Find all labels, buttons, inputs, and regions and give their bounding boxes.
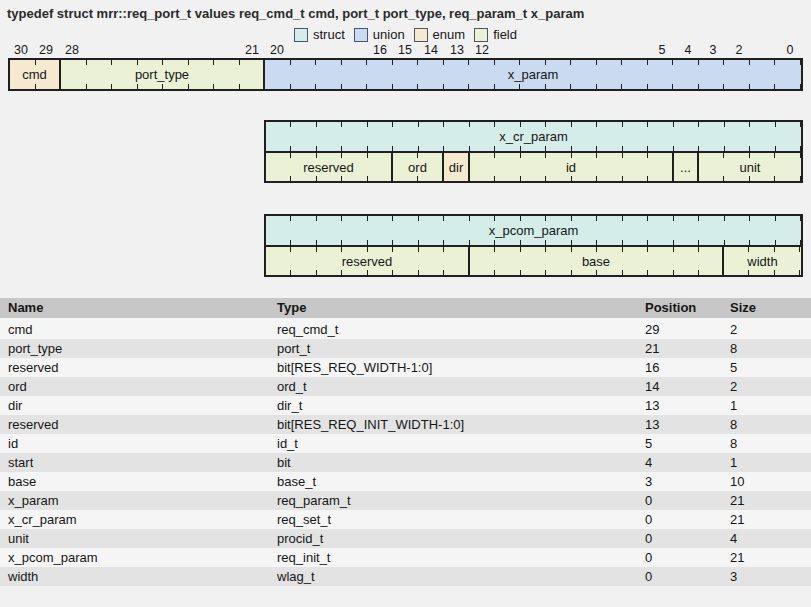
legend-label-struct: struct	[313, 27, 345, 42]
bit-number: 2	[726, 43, 752, 57]
cell-position: 0	[645, 529, 652, 548]
field-cell-unit: unit	[699, 153, 801, 181]
page-title: typedef struct mrr::req_port_t values re…	[7, 6, 584, 21]
column-header-size: Size	[730, 298, 756, 318]
cell-type: dir_t	[277, 396, 302, 415]
struct-header-x-cr-param: x_cr_param	[266, 122, 801, 153]
cell-position: 0	[645, 491, 652, 510]
cell-type: req_init_t	[277, 548, 330, 567]
legend-item-union: union	[354, 27, 405, 42]
column-header-type: Type	[277, 298, 306, 318]
table-row: base base_t 3 10	[0, 472, 811, 491]
field-cell-port-type: port_type	[61, 60, 265, 89]
struct-group-x-cr-param: x_cr_param reserved ord dir id ... unit	[264, 120, 803, 183]
cell-name: unit	[8, 529, 29, 548]
cell-position: 5	[645, 434, 652, 453]
cell-size: 10	[730, 472, 744, 491]
legend-swatch-union	[354, 28, 368, 42]
cell-type: bit	[277, 453, 291, 472]
cell-position: 16	[645, 358, 659, 377]
cell-name: reserved	[8, 415, 59, 434]
table-row: x_param req_param_t 0 21	[0, 491, 811, 510]
cell-name: x_param	[8, 491, 59, 510]
fields-table: Name Type Position Size cmd req_cmd_t 29…	[0, 298, 811, 586]
field-cell-ellipsis: ...	[674, 153, 699, 181]
bit-number: 13	[444, 43, 470, 57]
legend-swatch-struct	[294, 28, 308, 42]
cell-size: 1	[730, 453, 737, 472]
bit-number: 20	[264, 43, 290, 57]
table-row: width wlag_t 0 3	[0, 567, 811, 586]
legend-swatch-field	[474, 28, 488, 42]
bitfield-row-main: cmd port_type x_param	[8, 58, 803, 91]
cell-size: 8	[730, 339, 737, 358]
cell-type: id_t	[277, 434, 298, 453]
table-row: start bit 4 1	[0, 453, 811, 472]
bit-number: 0	[777, 43, 803, 57]
table-row: dir dir_t 13 1	[0, 396, 811, 415]
legend-item-struct: struct	[294, 27, 345, 42]
cell-name: reserved	[8, 358, 59, 377]
column-header-name: Name	[8, 298, 43, 318]
cell-type: bit[RES_REQ_INIT_WIDTH-1:0]	[277, 415, 464, 434]
table-row: x_cr_param req_set_t 0 21	[0, 510, 811, 529]
cell-position: 29	[645, 320, 659, 339]
bit-number: 21	[239, 43, 265, 57]
field-cell-width: width	[724, 247, 801, 275]
table-header: Name Type Position Size	[0, 298, 811, 320]
cell-position: 3	[645, 472, 652, 491]
legend-label-union: union	[373, 27, 405, 42]
table-row: reserved bit[RES_REQ_INIT_WIDTH-1:0] 13 …	[0, 415, 811, 434]
bit-number: 14	[418, 43, 444, 57]
bit-number: 16	[367, 43, 393, 57]
cell-size: 3	[730, 567, 737, 586]
bit-number: 28	[59, 43, 85, 57]
struct-fields-x-pcom-param: reserved base width	[266, 247, 801, 275]
table-row: unit procid_t 0 4	[0, 529, 811, 548]
cell-type: ord_t	[277, 377, 307, 396]
table-row: port_type port_t 21 8	[0, 339, 811, 358]
bit-number: 4	[675, 43, 701, 57]
table-row: id id_t 5 8	[0, 434, 811, 453]
cell-position: 13	[645, 396, 659, 415]
cell-position: 0	[645, 567, 652, 586]
cell-position: 4	[645, 453, 652, 472]
field-cell-x-param: x_param	[265, 60, 801, 89]
field-cell-id: id	[470, 153, 674, 181]
cell-position: 13	[645, 415, 659, 434]
legend-label-field: field	[493, 27, 517, 42]
legend-item-enum: enum	[414, 27, 466, 42]
cell-size: 21	[730, 491, 744, 510]
legend-swatch-enum	[414, 28, 428, 42]
cell-size: 8	[730, 415, 737, 434]
cell-type: base_t	[277, 472, 316, 491]
table-row: reserved bit[RES_REQ_WIDTH-1:0] 16 5	[0, 358, 811, 377]
struct-fields-x-cr-param: reserved ord dir id ... unit	[266, 153, 801, 181]
cell-name: width	[8, 567, 38, 586]
bit-number: 12	[469, 43, 495, 57]
struct-group-x-pcom-param: x_pcom_param reserved base width	[264, 214, 803, 277]
cell-size: 2	[730, 320, 737, 339]
cell-size: 5	[730, 358, 737, 377]
cell-position: 0	[645, 548, 652, 567]
field-cell-reserved: reserved	[266, 153, 393, 181]
bit-number: 5	[649, 43, 675, 57]
cell-type: procid_t	[277, 529, 323, 548]
cell-size: 21	[730, 510, 744, 529]
cell-type: wlag_t	[277, 567, 315, 586]
cell-size: 1	[730, 396, 737, 415]
bit-number: 15	[392, 43, 418, 57]
struct-header-x-pcom-param: x_pcom_param	[266, 216, 801, 247]
cell-name: dir	[8, 396, 22, 415]
cell-type: req_param_t	[277, 491, 351, 510]
table-row: ord ord_t 14 2	[0, 377, 811, 396]
cell-name: x_pcom_param	[8, 548, 98, 567]
field-cell-cmd: cmd	[10, 60, 61, 89]
cell-size: 4	[730, 529, 737, 548]
cell-size: 21	[730, 548, 744, 567]
cell-position: 21	[645, 339, 659, 358]
table-row: x_pcom_param req_init_t 0 21	[0, 548, 811, 567]
cell-size: 2	[730, 377, 737, 396]
cell-position: 14	[645, 377, 659, 396]
cell-name: base	[8, 472, 36, 491]
